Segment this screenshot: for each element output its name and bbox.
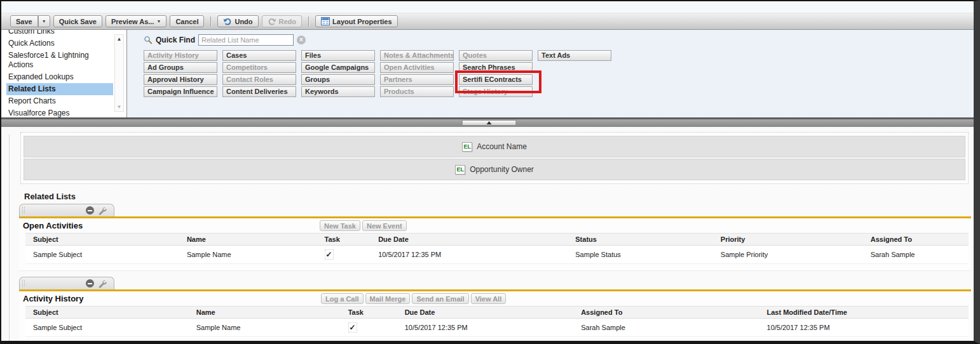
col-name: Name: [179, 234, 317, 246]
preview-as-button[interactable]: Preview As... ▼: [105, 15, 167, 27]
table-row: Sample Subject Sample Name ✓ 10/5/2017 1…: [25, 246, 969, 264]
checkmark-icon: ✓: [348, 322, 357, 333]
save-split-button: Save ▼: [10, 15, 50, 27]
activity-history-drag-tab[interactable]: [19, 277, 114, 289]
save-dropdown-button[interactable]: ▼: [38, 15, 50, 27]
palette-item-text-ads[interactable]: Text Ads: [538, 50, 611, 61]
sidebar-scrollbar[interactable]: ▲ ▼: [114, 34, 124, 112]
palette-item-cases[interactable]: Cases: [222, 50, 296, 61]
mail-merge-button: Mail Merge: [365, 293, 411, 304]
section-buttons: New Task New Event: [320, 220, 407, 231]
palette-item-notes-attachments[interactable]: Notes & Attachments: [380, 50, 454, 61]
chevron-down-icon: ▼: [156, 19, 161, 23]
save-button[interactable]: Save: [10, 15, 38, 27]
layout-properties-icon: [321, 17, 330, 26]
palette-item-groups[interactable]: Groups: [301, 74, 375, 85]
field-label: Opportunity Owner: [470, 165, 534, 174]
scroll-up-icon[interactable]: ▲: [117, 36, 122, 42]
top-strip: [1, 1, 974, 13]
palette-item-contact-roles[interactable]: Contact Roles: [222, 74, 296, 85]
sidebar-item-custom-links[interactable]: Custom Links: [6, 30, 113, 37]
section-header: Activity History Log a Call Mail Merge S…: [19, 291, 971, 306]
palette-panel: Custom Links Quick Actions Salesforce1 &…: [1, 30, 974, 119]
cell-due-date: 10/5/2017 12:35 PM: [397, 319, 574, 337]
sidebar-item-related-lists[interactable]: Related Lists: [6, 83, 113, 95]
send-an-email-button: Send an Email: [412, 293, 468, 304]
table-header-row: Subject Name Task Due Date Assigned To L…: [25, 307, 969, 319]
col-task: Task: [317, 234, 371, 246]
sidebar-item-report-charts[interactable]: Report Charts: [6, 95, 113, 107]
collapse-palette-button[interactable]: [462, 120, 517, 126]
open-activities-drag-tab[interactable]: [19, 204, 114, 216]
palette-item-search-phrases[interactable]: Search Phrases: [459, 62, 533, 73]
collapse-arrow-icon: [487, 121, 492, 124]
palette-item-sertifi-econtracts[interactable]: Sertifi EContracts: [459, 74, 533, 85]
sidebar-item-expanded-lookups[interactable]: Expanded Lookups: [6, 71, 113, 83]
panel-splitter[interactable]: [1, 119, 974, 127]
section-header: Open Activities New Task New Event: [19, 218, 971, 233]
sidebar-item-visualforce-pages[interactable]: Visualforce Pages: [6, 107, 113, 117]
palette-item-ad-groups[interactable]: Ad Groups: [144, 62, 217, 73]
col-name: Name: [189, 307, 341, 319]
palette-item-products[interactable]: Products: [380, 86, 454, 97]
col-subject: Subject: [25, 234, 179, 246]
section-title: Activity History: [23, 294, 83, 303]
palette-item-approval-history[interactable]: Approval History: [144, 74, 217, 85]
cancel-button[interactable]: Cancel: [170, 15, 204, 27]
col-assigned-to: Assigned To: [863, 234, 969, 246]
cell-last-modified: 10/5/2017 12:35 PM: [759, 319, 969, 337]
view-all-button: View All: [471, 293, 507, 304]
field-row-opportunity-owner[interactable]: EL Opportunity Owner: [24, 159, 965, 180]
tab-icons: [86, 279, 107, 288]
wrench-icon[interactable]: [98, 279, 107, 288]
chevron-down-icon: ▼: [42, 19, 46, 23]
scroll-down-icon[interactable]: ▼: [117, 104, 122, 110]
palette-item-stage-history[interactable]: Stage History: [459, 86, 533, 97]
redo-button[interactable]: Redo: [262, 15, 303, 27]
toolbar-separator: [308, 17, 309, 27]
related-list-palette: Quick Find × Activity History Cases File…: [126, 30, 974, 117]
layout-canvas: EL Account Name EL Opportunity Owner Rel…: [1, 132, 974, 344]
preview-as-label: Preview As...: [111, 18, 154, 25]
clear-search-icon[interactable]: ×: [297, 36, 306, 44]
quick-find-input[interactable]: [198, 34, 294, 46]
palette-item-files[interactable]: Files: [301, 50, 375, 61]
layout-properties-button[interactable]: Layout Properties: [315, 15, 398, 27]
section-buttons: Log a Call Mail Merge Send an Email View…: [321, 293, 506, 304]
undo-label: Undo: [235, 18, 252, 25]
redo-icon: [268, 17, 276, 26]
palette-row: Approval History Contact Roles Groups Pa…: [144, 74, 974, 85]
palette-item-open-activities[interactable]: Open Activities: [380, 62, 454, 73]
remove-list-icon[interactable]: [86, 279, 94, 288]
drag-grip-icon[interactable]: [22, 206, 25, 215]
palette-item-activity-history[interactable]: Activity History: [144, 50, 217, 61]
sidebar-item-salesforce1-lightning-actions[interactable]: Salesforce1 & Lightning Actions: [6, 50, 113, 71]
open-activities-table: Subject Name Task Due Date Status Priori…: [25, 233, 969, 264]
remove-list-icon[interactable]: [86, 206, 94, 215]
cell-status: Sample Status: [568, 246, 713, 264]
editor-toolbar: Save ▼ Quick Save Preview As... ▼ Cancel…: [1, 13, 974, 30]
palette-item-quotes[interactable]: Quotes: [459, 50, 533, 61]
palette-row: Ad Groups Competitors Google Campaigns O…: [144, 62, 974, 73]
canvas-left-guide: [9, 135, 10, 341]
quick-find-label: Quick Find: [156, 36, 195, 44]
palette-item-content-deliveries[interactable]: Content Deliveries: [222, 86, 296, 97]
undo-button[interactable]: Undo: [217, 15, 258, 27]
palette-item-competitors[interactable]: Competitors: [222, 62, 296, 73]
cell-priority: Sample Priority: [713, 246, 863, 264]
field-row-account-name[interactable]: EL Account Name: [24, 136, 965, 157]
sidebar-item-quick-actions[interactable]: Quick Actions: [6, 37, 113, 50]
col-assigned-to: Assigned To: [573, 307, 759, 319]
expanded-lookups-container: EL Account Name EL Opportunity Owner: [20, 132, 969, 184]
drag-grip-icon[interactable]: [22, 279, 25, 288]
palette-item-google-campaigns[interactable]: Google Campaigns: [301, 62, 375, 73]
palette-item-keywords[interactable]: Keywords: [301, 86, 375, 97]
activity-history-table: Subject Name Task Due Date Assigned To L…: [25, 306, 969, 337]
col-task: Task: [341, 307, 397, 319]
palette-item-campaign-influence[interactable]: Campaign Influence: [144, 86, 217, 97]
toolbar-separator: [210, 17, 211, 27]
wrench-icon[interactable]: [98, 206, 107, 215]
palette-item-partners[interactable]: Partners: [380, 74, 454, 85]
quick-save-button[interactable]: Quick Save: [53, 15, 102, 27]
cell-name: Sample Name: [179, 246, 317, 264]
